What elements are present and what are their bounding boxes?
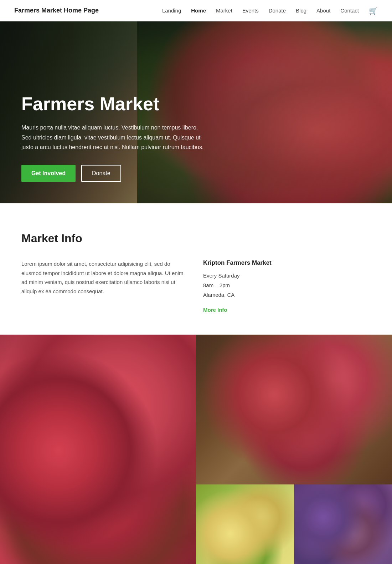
market-info-card: Kripton Farmers Market Every Saturday 8a… xyxy=(203,259,371,313)
hero-title: Farmers Market xyxy=(21,94,207,114)
market-hours: 8am – 2pm xyxy=(203,280,371,290)
nav-market[interactable]: Market xyxy=(216,7,232,14)
site-logo[interactable]: Farmers Market Home Page xyxy=(14,7,99,14)
donate-hero-button[interactable]: Donate xyxy=(81,165,121,182)
cart-icon[interactable]: 🛒 xyxy=(369,6,378,15)
photo-radishes-close xyxy=(0,335,196,564)
hero-section: Farmers Market Mauris porta nulla vitae … xyxy=(0,21,392,203)
melons-image xyxy=(196,484,294,564)
market-location: Alameda, CA xyxy=(203,290,371,300)
market-name: Kripton Farmers Market xyxy=(203,259,371,266)
nav-blog[interactable]: Blog xyxy=(296,7,306,14)
radishes-close-image xyxy=(0,335,196,564)
nav-events[interactable]: Events xyxy=(242,7,259,14)
more-info-link[interactable]: More Info xyxy=(203,307,227,313)
market-info-description: Lorem ipsum dolor sit amet, consectetur … xyxy=(21,259,189,296)
hero-content: Farmers Market Mauris porta nulla vitae … xyxy=(0,94,228,182)
photo-grid xyxy=(0,335,392,564)
hero-buttons: Get Involved Donate xyxy=(21,165,207,182)
market-info-title: Market Info xyxy=(21,232,371,245)
hero-description: Mauris porta nulla vitae aliquam luctus.… xyxy=(21,123,207,152)
market-schedule: Every Saturday xyxy=(203,271,371,280)
nav-donate[interactable]: Donate xyxy=(269,7,286,14)
market-info-grid: Lorem ipsum dolor sit amet, consectetur … xyxy=(21,259,371,313)
photo-radishes-basket xyxy=(196,335,392,484)
get-involved-button[interactable]: Get Involved xyxy=(21,165,76,182)
navigation: Farmers Market Home Page Landing Home Ma… xyxy=(0,0,392,21)
radishes-basket-image xyxy=(196,335,392,484)
nav-about[interactable]: About xyxy=(316,7,330,14)
market-info-section: Market Info Lorem ipsum dolor sit amet, … xyxy=(0,203,392,335)
photo-melons xyxy=(196,484,392,564)
nav-landing[interactable]: Landing xyxy=(162,7,181,14)
nav-home[interactable]: Home xyxy=(191,7,206,14)
nav-links: Landing Home Market Events Donate Blog A… xyxy=(162,6,378,15)
figs-image xyxy=(294,484,392,564)
nav-contact[interactable]: Contact xyxy=(340,7,359,14)
